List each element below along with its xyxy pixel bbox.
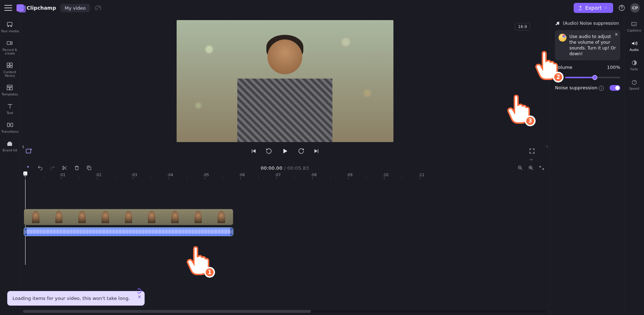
nav-record-create[interactable]: Record & create — [3, 39, 17, 55]
nav-text[interactable]: Text — [6, 103, 14, 115]
delete-icon[interactable] — [74, 165, 80, 171]
svg-rect-1 — [8, 22, 12, 25]
clip-handle-left[interactable]: || — [24, 228, 27, 236]
party-emoji-icon — [559, 34, 566, 42]
audio-clip[interactable]: || || — [24, 227, 233, 236]
tip-text: Use audio to adjust the volume of your s… — [569, 34, 617, 57]
loading-toast: Loading items for your video, this won't… — [7, 291, 145, 306]
forward-5-icon[interactable] — [298, 147, 305, 155]
audio-tip: Use audio to adjust the volume of your s… — [555, 30, 620, 60]
split-icon[interactable] — [62, 165, 67, 171]
info-icon[interactable]: i — [599, 86, 604, 91]
duplicate-icon[interactable] — [86, 165, 92, 171]
video-preview[interactable] — [177, 20, 393, 142]
timeline-tracks[interactable]: || || — [23, 209, 547, 255]
svg-rect-14 — [26, 149, 31, 153]
nav-label: Text — [6, 111, 13, 115]
waveform — [27, 228, 230, 236]
fit-timeline-icon[interactable] — [539, 165, 545, 171]
svg-point-15 — [62, 166, 64, 167]
ruler-label: 0 — [24, 173, 26, 177]
left-sidebar: Your media Record & create Content libra… — [0, 16, 20, 315]
close-icon[interactable]: ✕ — [615, 32, 618, 37]
panel-title: (Audio) Noise suppression — [555, 21, 620, 26]
fullscreen-icon[interactable] — [529, 148, 535, 154]
timeline-toolbar: 00:00.00 / 00:05.83 — [20, 163, 550, 173]
clip-handle-right[interactable]: || — [230, 228, 233, 236]
timecode: 00:00.00 / 00:05.83 — [261, 165, 309, 171]
nav-label: Your media — [1, 29, 19, 33]
right-sidebar: Captions Audio Fade Speed — [624, 16, 644, 315]
ruler-label: :02 — [95, 173, 101, 177]
svg-rect-13 — [10, 123, 13, 127]
zoom-out-icon[interactable] — [517, 165, 523, 171]
svg-rect-9 — [7, 85, 13, 86]
tab-captions[interactable]: Captions — [627, 21, 641, 32]
redo-icon[interactable] — [50, 165, 55, 171]
user-avatar[interactable]: CP — [630, 3, 640, 13]
ruler-label: :10 — [383, 173, 388, 177]
cloud-sync-icon[interactable] — [94, 4, 102, 11]
svg-rect-17 — [88, 167, 91, 170]
ruler-label: :04 — [167, 173, 173, 177]
video-clip[interactable] — [24, 209, 233, 225]
svg-point-16 — [62, 169, 64, 170]
ruler-label: :08 — [311, 173, 317, 177]
noise-suppression-toggle[interactable] — [610, 85, 620, 91]
undo-icon[interactable] — [37, 165, 43, 171]
volume-value: 100% — [607, 65, 620, 70]
svg-rect-6 — [10, 63, 13, 65]
slider-knob[interactable] — [592, 75, 597, 80]
speaker-icon[interactable] — [555, 74, 561, 81]
svg-rect-10 — [7, 87, 10, 90]
ruler-label: :09 — [347, 173, 353, 177]
play-button[interactable] — [281, 147, 289, 155]
skip-start-icon[interactable] — [250, 148, 257, 154]
ruler-label: :03 — [131, 173, 137, 177]
nav-your-media[interactable]: Your media — [1, 21, 19, 33]
rewind-5-icon[interactable]: 5 — [265, 147, 272, 155]
volume-slider[interactable] — [565, 77, 620, 78]
nav-transitions[interactable]: Transitions — [1, 121, 18, 133]
zoom-in-icon[interactable] — [528, 165, 534, 171]
collapse-timeline-icon[interactable] — [529, 157, 534, 163]
timeline-scrollbar[interactable] — [23, 310, 547, 313]
nav-content-library[interactable]: Content library — [4, 62, 17, 77]
scrollbar-thumb[interactable] — [23, 310, 311, 313]
tab-speed[interactable]: Speed — [629, 79, 639, 90]
ai-sparkle-icon[interactable] — [25, 147, 33, 155]
nav-label: Content library — [4, 70, 17, 77]
close-icon[interactable]: ✕ — [137, 294, 141, 300]
tab-label: Audio — [630, 48, 639, 52]
nav-label: Brand kit — [3, 149, 17, 152]
tab-label: Fade — [630, 67, 638, 71]
tab-label: Speed — [629, 87, 639, 90]
nav-label: Record & create — [3, 48, 17, 55]
help-icon[interactable] — [617, 4, 626, 12]
toast-text: Loading items for your video, this won't… — [13, 296, 130, 301]
svg-point-3 — [11, 26, 12, 27]
tab-audio[interactable]: Audio — [630, 40, 639, 52]
nav-templates[interactable]: Templates — [2, 84, 18, 96]
ruler-label: :06 — [239, 173, 245, 177]
project-name-pill[interactable]: My video — [60, 4, 90, 12]
editor-main: 16:9 5 — [20, 16, 550, 315]
export-button[interactable]: Export — [574, 3, 613, 13]
timeline-ruler[interactable]: 0:01:02:03:04:05:06:07:08:09:10:11 — [23, 173, 547, 184]
playback-controls: 5 — [20, 144, 550, 157]
svg-rect-7 — [7, 66, 10, 68]
nav-label: Transitions — [1, 130, 18, 133]
volume-label: Volume — [555, 65, 572, 70]
tab-fade[interactable]: Fade — [630, 60, 638, 71]
menu-button[interactable] — [4, 5, 12, 11]
ruler-label: :11 — [419, 173, 424, 177]
ai-icon[interactable] — [25, 165, 31, 171]
export-label: Export — [585, 5, 602, 11]
brand-logo — [17, 4, 24, 11]
svg-point-2 — [8, 26, 9, 27]
svg-rect-12 — [7, 123, 9, 127]
ruler-label: :01 — [60, 173, 65, 177]
nav-brand-kit[interactable]: Brand kit — [3, 140, 17, 152]
skip-end-icon[interactable] — [313, 148, 320, 154]
collapse-right-icon[interactable] — [545, 144, 549, 149]
